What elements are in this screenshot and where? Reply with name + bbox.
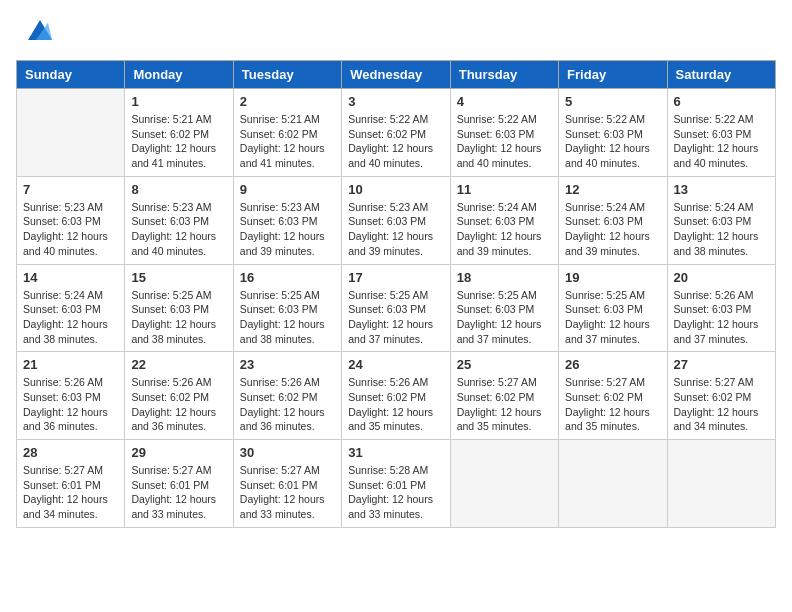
calendar-cell: 17Sunrise: 5:25 AM Sunset: 6:03 PM Dayli… [342, 264, 450, 352]
day-number: 19 [565, 270, 660, 285]
day-info: Sunrise: 5:24 AM Sunset: 6:03 PM Dayligh… [674, 200, 769, 259]
day-info: Sunrise: 5:23 AM Sunset: 6:03 PM Dayligh… [348, 200, 443, 259]
calendar-cell [450, 440, 558, 528]
calendar-cell: 23Sunrise: 5:26 AM Sunset: 6:02 PM Dayli… [233, 352, 341, 440]
day-info: Sunrise: 5:26 AM Sunset: 6:03 PM Dayligh… [23, 375, 118, 434]
week-row-5: 28Sunrise: 5:27 AM Sunset: 6:01 PM Dayli… [17, 440, 776, 528]
calendar-cell: 12Sunrise: 5:24 AM Sunset: 6:03 PM Dayli… [559, 176, 667, 264]
day-info: Sunrise: 5:25 AM Sunset: 6:03 PM Dayligh… [240, 288, 335, 347]
col-friday: Friday [559, 61, 667, 89]
day-number: 23 [240, 357, 335, 372]
day-info: Sunrise: 5:25 AM Sunset: 6:03 PM Dayligh… [348, 288, 443, 347]
day-info: Sunrise: 5:26 AM Sunset: 6:02 PM Dayligh… [240, 375, 335, 434]
calendar-cell: 9Sunrise: 5:23 AM Sunset: 6:03 PM Daylig… [233, 176, 341, 264]
calendar-cell: 10Sunrise: 5:23 AM Sunset: 6:03 PM Dayli… [342, 176, 450, 264]
calendar-cell: 5Sunrise: 5:22 AM Sunset: 6:03 PM Daylig… [559, 89, 667, 177]
day-info: Sunrise: 5:28 AM Sunset: 6:01 PM Dayligh… [348, 463, 443, 522]
day-info: Sunrise: 5:27 AM Sunset: 6:01 PM Dayligh… [23, 463, 118, 522]
day-number: 17 [348, 270, 443, 285]
calendar-cell: 4Sunrise: 5:22 AM Sunset: 6:03 PM Daylig… [450, 89, 558, 177]
day-number: 16 [240, 270, 335, 285]
day-number: 29 [131, 445, 226, 460]
day-number: 8 [131, 182, 226, 197]
day-info: Sunrise: 5:27 AM Sunset: 6:02 PM Dayligh… [565, 375, 660, 434]
day-number: 13 [674, 182, 769, 197]
calendar-cell: 2Sunrise: 5:21 AM Sunset: 6:02 PM Daylig… [233, 89, 341, 177]
day-info: Sunrise: 5:21 AM Sunset: 6:02 PM Dayligh… [240, 112, 335, 171]
col-saturday: Saturday [667, 61, 775, 89]
day-number: 18 [457, 270, 552, 285]
col-thursday: Thursday [450, 61, 558, 89]
day-number: 26 [565, 357, 660, 372]
calendar-cell: 7Sunrise: 5:23 AM Sunset: 6:03 PM Daylig… [17, 176, 125, 264]
day-number: 5 [565, 94, 660, 109]
day-number: 1 [131, 94, 226, 109]
day-info: Sunrise: 5:22 AM Sunset: 6:03 PM Dayligh… [674, 112, 769, 171]
day-number: 3 [348, 94, 443, 109]
day-number: 12 [565, 182, 660, 197]
day-number: 4 [457, 94, 552, 109]
calendar-cell: 11Sunrise: 5:24 AM Sunset: 6:03 PM Dayli… [450, 176, 558, 264]
calendar-cell: 16Sunrise: 5:25 AM Sunset: 6:03 PM Dayli… [233, 264, 341, 352]
day-number: 15 [131, 270, 226, 285]
header-row: Sunday Monday Tuesday Wednesday Thursday… [17, 61, 776, 89]
calendar-cell: 30Sunrise: 5:27 AM Sunset: 6:01 PM Dayli… [233, 440, 341, 528]
day-info: Sunrise: 5:27 AM Sunset: 6:02 PM Dayligh… [674, 375, 769, 434]
day-number: 10 [348, 182, 443, 197]
calendar-cell [17, 89, 125, 177]
calendar-cell: 20Sunrise: 5:26 AM Sunset: 6:03 PM Dayli… [667, 264, 775, 352]
week-row-1: 1Sunrise: 5:21 AM Sunset: 6:02 PM Daylig… [17, 89, 776, 177]
day-number: 2 [240, 94, 335, 109]
day-info: Sunrise: 5:22 AM Sunset: 6:03 PM Dayligh… [565, 112, 660, 171]
day-number: 21 [23, 357, 118, 372]
col-monday: Monday [125, 61, 233, 89]
calendar-cell: 1Sunrise: 5:21 AM Sunset: 6:02 PM Daylig… [125, 89, 233, 177]
calendar-cell: 13Sunrise: 5:24 AM Sunset: 6:03 PM Dayli… [667, 176, 775, 264]
col-tuesday: Tuesday [233, 61, 341, 89]
calendar-cell: 29Sunrise: 5:27 AM Sunset: 6:01 PM Dayli… [125, 440, 233, 528]
day-info: Sunrise: 5:23 AM Sunset: 6:03 PM Dayligh… [131, 200, 226, 259]
calendar-cell: 15Sunrise: 5:25 AM Sunset: 6:03 PM Dayli… [125, 264, 233, 352]
day-number: 25 [457, 357, 552, 372]
calendar-table: Sunday Monday Tuesday Wednesday Thursday… [16, 60, 776, 528]
day-info: Sunrise: 5:22 AM Sunset: 6:03 PM Dayligh… [457, 112, 552, 171]
day-number: 7 [23, 182, 118, 197]
day-info: Sunrise: 5:24 AM Sunset: 6:03 PM Dayligh… [457, 200, 552, 259]
day-info: Sunrise: 5:23 AM Sunset: 6:03 PM Dayligh… [240, 200, 335, 259]
day-number: 14 [23, 270, 118, 285]
logo [16, 16, 52, 48]
day-number: 28 [23, 445, 118, 460]
day-number: 22 [131, 357, 226, 372]
day-info: Sunrise: 5:24 AM Sunset: 6:03 PM Dayligh… [565, 200, 660, 259]
day-number: 11 [457, 182, 552, 197]
day-number: 27 [674, 357, 769, 372]
day-info: Sunrise: 5:27 AM Sunset: 6:02 PM Dayligh… [457, 375, 552, 434]
calendar-cell: 8Sunrise: 5:23 AM Sunset: 6:03 PM Daylig… [125, 176, 233, 264]
calendar-cell: 22Sunrise: 5:26 AM Sunset: 6:02 PM Dayli… [125, 352, 233, 440]
calendar-cell: 6Sunrise: 5:22 AM Sunset: 6:03 PM Daylig… [667, 89, 775, 177]
day-number: 30 [240, 445, 335, 460]
calendar-cell: 27Sunrise: 5:27 AM Sunset: 6:02 PM Dayli… [667, 352, 775, 440]
day-info: Sunrise: 5:21 AM Sunset: 6:02 PM Dayligh… [131, 112, 226, 171]
calendar-cell: 26Sunrise: 5:27 AM Sunset: 6:02 PM Dayli… [559, 352, 667, 440]
day-info: Sunrise: 5:26 AM Sunset: 6:02 PM Dayligh… [131, 375, 226, 434]
calendar-cell: 21Sunrise: 5:26 AM Sunset: 6:03 PM Dayli… [17, 352, 125, 440]
day-info: Sunrise: 5:25 AM Sunset: 6:03 PM Dayligh… [457, 288, 552, 347]
calendar-cell: 19Sunrise: 5:25 AM Sunset: 6:03 PM Dayli… [559, 264, 667, 352]
col-sunday: Sunday [17, 61, 125, 89]
day-info: Sunrise: 5:24 AM Sunset: 6:03 PM Dayligh… [23, 288, 118, 347]
calendar-cell: 3Sunrise: 5:22 AM Sunset: 6:02 PM Daylig… [342, 89, 450, 177]
calendar-cell: 31Sunrise: 5:28 AM Sunset: 6:01 PM Dayli… [342, 440, 450, 528]
logo-icon [20, 16, 52, 48]
day-info: Sunrise: 5:26 AM Sunset: 6:03 PM Dayligh… [674, 288, 769, 347]
calendar-cell: 18Sunrise: 5:25 AM Sunset: 6:03 PM Dayli… [450, 264, 558, 352]
day-number: 24 [348, 357, 443, 372]
day-number: 31 [348, 445, 443, 460]
calendar-cell: 28Sunrise: 5:27 AM Sunset: 6:01 PM Dayli… [17, 440, 125, 528]
day-info: Sunrise: 5:27 AM Sunset: 6:01 PM Dayligh… [131, 463, 226, 522]
day-info: Sunrise: 5:25 AM Sunset: 6:03 PM Dayligh… [565, 288, 660, 347]
calendar-cell: 14Sunrise: 5:24 AM Sunset: 6:03 PM Dayli… [17, 264, 125, 352]
calendar-cell [667, 440, 775, 528]
calendar-cell: 24Sunrise: 5:26 AM Sunset: 6:02 PM Dayli… [342, 352, 450, 440]
calendar-cell: 25Sunrise: 5:27 AM Sunset: 6:02 PM Dayli… [450, 352, 558, 440]
